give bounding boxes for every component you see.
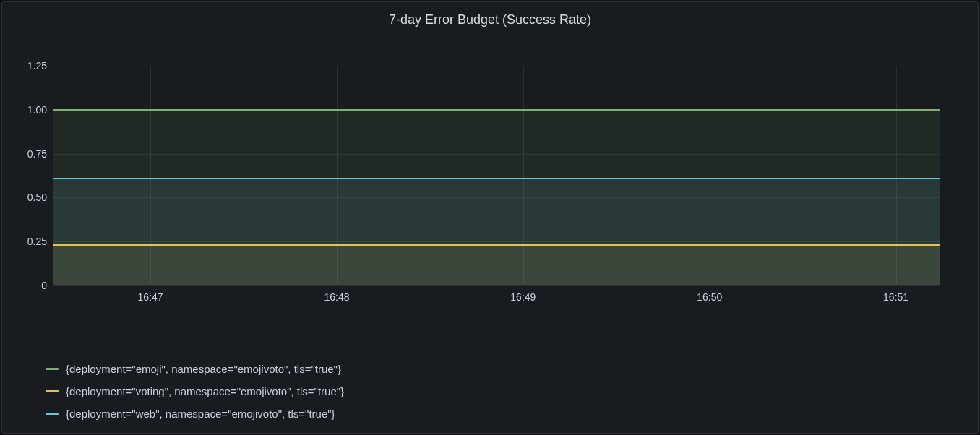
legend-swatch (46, 368, 59, 370)
legend: {deployment="emoji", namespace="emojivot… (46, 363, 344, 420)
plot-inner: 16:4716:4816:4916:5016:51 (53, 66, 940, 285)
y-tick-label: 1.00 (7, 104, 47, 116)
x-tick-label: 16:48 (324, 291, 349, 303)
series-line (53, 178, 940, 179)
gridline-h (53, 285, 940, 286)
y-tick-label: 0 (7, 280, 47, 291)
y-tick-label: 0.25 (7, 236, 47, 247)
y-axis: 00.250.500.751.001.25 (2, 40, 53, 336)
y-tick-label: 1.25 (7, 60, 47, 72)
legend-item-emoji[interactable]: {deployment="emoji", namespace="emojivot… (46, 363, 344, 375)
chart-title: 7-day Error Budget (Success Rate) (2, 2, 978, 30)
y-tick-label: 0.75 (7, 148, 47, 160)
legend-item-voting[interactable]: {deployment="voting", namespace="emojivo… (46, 385, 344, 397)
x-tick-label: 16:51 (883, 291, 908, 303)
legend-label: {deployment="voting", namespace="emojivo… (66, 385, 344, 397)
legend-label: {deployment="emoji", namespace="emojivot… (66, 363, 341, 375)
legend-item-web[interactable]: {deployment="web", namespace="emojivoto"… (46, 408, 344, 420)
y-tick-label: 0.50 (7, 191, 47, 203)
plot-wrap: 00.250.500.751.001.25 16:4716:4816:4916:… (2, 40, 978, 336)
series-line (53, 244, 940, 246)
series-line (53, 109, 940, 111)
legend-swatch (46, 413, 59, 415)
gridline-h (53, 66, 940, 66)
x-tick-label: 16:49 (510, 291, 536, 303)
legend-swatch (46, 390, 59, 392)
series-fill (53, 245, 940, 285)
legend-label: {deployment="web", namespace="emojivoto"… (66, 408, 335, 420)
x-tick-label: 16:50 (697, 291, 722, 303)
x-tick-label: 16:47 (138, 291, 163, 303)
chart-panel: 7-day Error Budget (Success Rate) 00.250… (1, 1, 979, 434)
plot-area[interactable]: 16:4716:4816:4916:5016:51 (53, 40, 940, 336)
